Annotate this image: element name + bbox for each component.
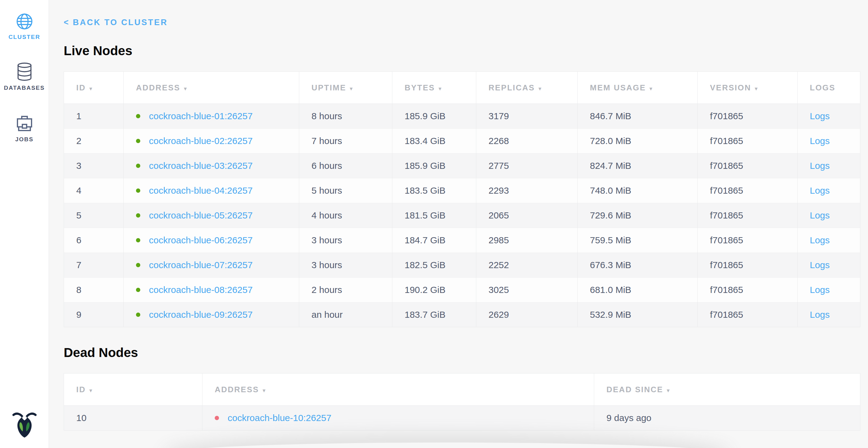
node-logs-link[interactable]: Logs [810,210,830,220]
node-id-cell: 1 [64,104,124,129]
column-header-mem-usage[interactable]: MEM USAGE▾ [578,72,698,104]
node-address-link[interactable]: cockroach-blue-06:26257 [149,235,253,245]
live-node-row: 6 cockroach-blue-06:26257 3 hours 184.7 … [64,228,860,253]
node-id-cell: 3 [64,153,124,178]
node-address-link[interactable]: cockroach-blue-02:26257 [149,136,253,146]
node-mem-usage-cell: 824.7 MiB [578,153,698,178]
node-logs-link[interactable]: Logs [810,160,830,171]
sort-arrow-icon: ▾ [538,86,542,92]
node-replicas-cell: 2252 [476,253,578,278]
sort-arrow-icon: ▾ [350,86,353,92]
node-address-link[interactable]: cockroach-blue-01:26257 [149,111,253,121]
node-version-cell: f701865 [698,203,798,228]
node-version-cell: f701865 [698,228,798,253]
column-header-address[interactable]: ADDRESS▾ [203,374,594,406]
node-dead-since-cell: 9 days ago [594,406,860,430]
live-nodes-table: ID▾ ADDRESS▾ UPTIME▾ BYTES▾ REPLICAS▾ ME… [64,71,860,327]
node-address-cell: cockroach-blue-08:26257 [124,278,299,302]
node-logs-cell: Logs [798,104,860,129]
dead-nodes-title: Dead Nodes [64,346,868,359]
node-logs-link[interactable]: Logs [810,260,830,270]
node-logs-link[interactable]: Logs [810,185,830,196]
node-address-link[interactable]: cockroach-blue-05:26257 [149,210,253,220]
node-logs-link[interactable]: Logs [810,136,830,146]
node-address-cell: cockroach-blue-10:26257 [203,406,594,430]
live-nodes-title: Live Nodes [64,44,868,57]
sidebar-item-databases[interactable]: DATABASES [0,40,49,91]
sort-arrow-icon: ▾ [439,86,442,92]
node-logs-link[interactable]: Logs [810,235,830,245]
node-logs-cell: Logs [798,253,860,278]
node-logs-cell: Logs [798,278,860,302]
column-header-id[interactable]: ID▾ [64,72,124,104]
node-replicas-cell: 2985 [476,228,578,253]
node-bytes-cell: 183.4 GiB [392,129,476,153]
node-replicas-cell: 3179 [476,104,578,129]
live-node-row: 2 cockroach-blue-02:26257 7 hours 183.4 … [64,129,860,153]
node-logs-cell: Logs [798,302,860,327]
dead-nodes-table: ID▾ ADDRESS▾ DEAD SINCE▾ 10 cockroach-bl… [64,373,860,430]
node-address-cell: cockroach-blue-01:26257 [124,104,299,129]
node-version-cell: f701865 [698,104,798,129]
node-address-link[interactable]: cockroach-blue-07:26257 [149,260,253,270]
node-version-cell: f701865 [698,278,798,302]
column-header-uptime[interactable]: UPTIME▾ [299,72,392,104]
briefcase-icon [17,115,32,132]
sidebar-item-cluster[interactable]: CLUSTER [0,0,49,40]
column-header-logs: LOGS [798,72,860,104]
node-bytes-cell: 184.7 GiB [392,228,476,253]
node-live-status-dot [136,288,140,292]
sort-arrow-icon: ▾ [89,388,93,393]
page-bottom-shadow [172,443,723,448]
node-live-status-dot [136,263,140,267]
node-address-link[interactable]: cockroach-blue-04:26257 [149,185,253,196]
column-header-replicas[interactable]: REPLICAS▾ [476,72,578,104]
node-logs-link[interactable]: Logs [810,285,830,295]
column-header-bytes[interactable]: BYTES▾ [392,72,476,104]
node-address-cell: cockroach-blue-05:26257 [124,203,299,228]
back-to-cluster-link[interactable]: <BACK TO CLUSTER [64,18,168,27]
node-address-link[interactable]: cockroach-blue-09:26257 [149,309,253,320]
node-address-cell: cockroach-blue-03:26257 [124,153,299,178]
node-address-link[interactable]: cockroach-blue-03:26257 [149,160,253,171]
column-header-version[interactable]: VERSION▾ [698,72,798,104]
node-id-cell: 5 [64,203,124,228]
node-address-cell: cockroach-blue-04:26257 [124,178,299,203]
node-replicas-cell: 2775 [476,153,578,178]
node-mem-usage-cell: 846.7 MiB [578,104,698,129]
sort-arrow-icon: ▾ [184,86,187,92]
live-node-row: 7 cockroach-blue-07:26257 3 hours 182.5 … [64,253,860,278]
node-address-link[interactable]: cockroach-blue-08:26257 [149,285,253,295]
node-uptime-cell: 4 hours [299,203,392,228]
column-header-id[interactable]: ID▾ [64,374,203,406]
live-node-row: 1 cockroach-blue-01:26257 8 hours 185.9 … [64,104,860,129]
node-logs-link[interactable]: Logs [810,111,830,121]
node-dead-status-dot [215,416,219,420]
sort-arrow-icon: ▾ [263,388,266,393]
node-address-link[interactable]: cockroach-blue-10:26257 [227,413,331,423]
node-uptime-cell: an hour [299,302,392,327]
node-bytes-cell: 183.5 GiB [392,178,476,203]
node-uptime-cell: 8 hours [299,104,392,129]
node-version-cell: f701865 [698,153,798,178]
sort-arrow-icon: ▾ [667,388,670,393]
column-header-address[interactable]: ADDRESS▾ [124,72,299,104]
node-bytes-cell: 185.9 GiB [392,104,476,129]
node-logs-cell: Logs [798,153,860,178]
node-bytes-cell: 183.7 GiB [392,302,476,327]
node-version-cell: f701865 [698,178,798,203]
database-icon [17,62,32,81]
node-logs-link[interactable]: Logs [810,309,830,320]
node-mem-usage-cell: 759.5 MiB [578,228,698,253]
column-header-dead-since[interactable]: DEAD SINCE▾ [594,374,860,406]
node-id-cell: 10 [64,406,203,430]
node-replicas-cell: 3025 [476,278,578,302]
node-uptime-cell: 3 hours [299,253,392,278]
node-live-status-dot [136,312,140,317]
node-id-cell: 4 [64,178,124,203]
node-replicas-cell: 2268 [476,129,578,153]
cockroachdb-logo [0,411,49,438]
sidebar-item-jobs[interactable]: JOBS [0,91,49,143]
node-address-cell: cockroach-blue-07:26257 [124,253,299,278]
node-id-cell: 9 [64,302,124,327]
